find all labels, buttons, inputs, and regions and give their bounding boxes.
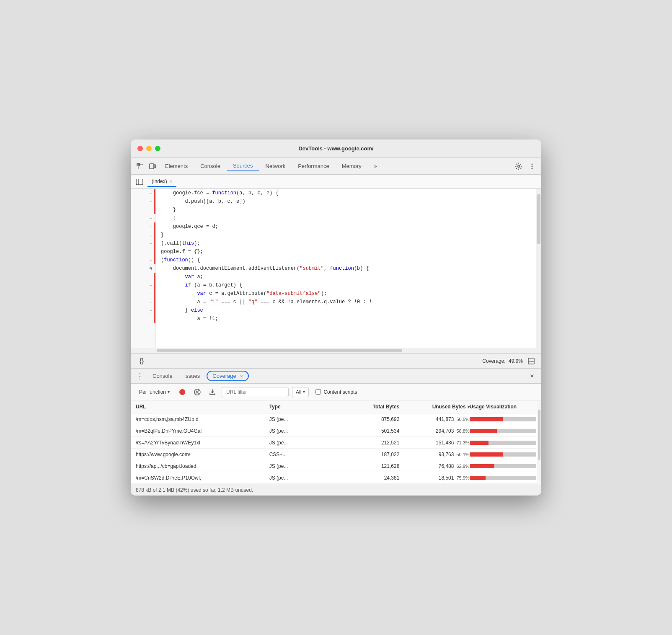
more-options-icon[interactable]	[526, 160, 538, 172]
table-row[interactable]: /m=B2qlPe,DhPYme,GU4Gal JS (pe... 501,53…	[131, 425, 541, 437]
row-unused-2: 294,703 58.8%	[403, 427, 469, 435]
drawer-tab-coverage[interactable]: Coverage ×	[207, 371, 248, 381]
tab-sources[interactable]: Sources	[227, 161, 259, 171]
file-tab-bar: (index) ×	[131, 175, 541, 189]
device-toolbar-icon[interactable]	[147, 160, 158, 172]
code-line-8: google.f = {};	[156, 248, 541, 256]
drawer-close-icon[interactable]: ×	[526, 370, 538, 382]
table-row[interactable]: /m=CnSW2d,DPreE,P10Owf, JS (pe... 24,381…	[131, 472, 541, 484]
code-line-5: google.qce = d;	[156, 222, 541, 231]
devtools-window: DevTools - www.google.com/ Elements Cons…	[131, 139, 541, 496]
drawer-tab-bar: ⋮ Console Issues Coverage × ×	[131, 369, 541, 384]
gutter-line-16: –	[131, 315, 155, 323]
vertical-scrollbar[interactable]	[536, 189, 541, 348]
row-unused-1: 441,873 50.5%	[403, 415, 469, 423]
tab-console[interactable]: Console	[194, 161, 226, 171]
table-row[interactable]: https://ap.../cb=gapi.loaded. JS (pe... …	[131, 460, 541, 472]
row-bar-4	[470, 451, 536, 458]
gutter-line-5: –	[131, 222, 155, 231]
gutter-line-2: –	[131, 197, 155, 206]
row-type-3: JS (pe...	[269, 439, 336, 447]
drawer-tab-coverage-label: Coverage	[212, 373, 236, 379]
row-type-6: JS (pe...	[269, 474, 336, 482]
file-tab-index[interactable]: (index) ×	[147, 177, 176, 187]
per-function-dropdown[interactable]: Per function ▾	[136, 387, 173, 397]
row-unused-5: 76,488 62.9%	[403, 462, 469, 470]
sidebar-toggle-icon[interactable]	[134, 176, 145, 187]
table-row[interactable]: https://www.google.com/ CSS+... 187,022 …	[131, 449, 541, 460]
minimize-button[interactable]	[146, 146, 152, 151]
tab-elements[interactable]: Elements	[159, 161, 194, 171]
gutter-line-11: –	[131, 273, 155, 281]
tab-memory[interactable]: Memory	[336, 161, 367, 171]
file-tab-name: (index)	[152, 178, 167, 184]
row-unused-3: 151,436 71.3%	[403, 439, 469, 447]
tab-performance[interactable]: Performance	[292, 161, 335, 171]
gutter-line-4: –	[131, 214, 155, 222]
row-type-2: JS (pe...	[269, 427, 336, 435]
status-text: 878 kB of 2.1 MB (42%) used so far, 1.2 …	[136, 487, 253, 493]
close-button[interactable]	[137, 146, 143, 151]
drawer-menu-icon[interactable]: ⋮	[134, 370, 146, 382]
code-line-9: (function() {	[156, 256, 541, 264]
maximize-button[interactable]	[155, 146, 160, 151]
row-url-5: https://ap.../cb=gapi.loaded.	[136, 462, 269, 470]
table-scrollbar-thumb[interactable]	[538, 410, 540, 460]
expand-panel-icon[interactable]	[526, 356, 536, 366]
content-scripts-checkbox[interactable]	[315, 389, 321, 395]
code-line-16: a = !1;	[156, 315, 541, 323]
record-button[interactable]	[176, 386, 188, 398]
code-line-14: a = "1" === c || "q" === c && !a.element…	[156, 298, 541, 306]
drawer-tab-issues[interactable]: Issues	[179, 371, 205, 381]
row-bar-6	[470, 475, 536, 481]
url-filter-input[interactable]	[222, 387, 289, 397]
th-type: Type	[269, 402, 336, 411]
row-total-5: 121,628	[336, 462, 403, 470]
content-scripts-label[interactable]: Content scripts	[315, 389, 357, 395]
tab-network[interactable]: Network	[260, 161, 292, 171]
title-bar: DevTools - www.google.com/	[131, 139, 541, 158]
row-bar-5	[470, 463, 536, 470]
svg-rect-3	[150, 164, 154, 169]
code-lines: google.fce = function(a, b, c, e) { d.pu…	[156, 189, 541, 348]
table-scrollbar[interactable]	[537, 400, 541, 484]
row-unused-4: 93,763 50.1%	[403, 450, 469, 459]
scrollbar-thumb[interactable]	[537, 194, 540, 244]
export-button[interactable]	[207, 386, 218, 398]
all-label: All	[296, 389, 301, 395]
th-unused-bytes[interactable]: Unused Bytes ▾	[403, 402, 469, 411]
svg-rect-8	[136, 179, 143, 185]
coverage-header: {} Coverage: 49.9%	[131, 354, 541, 369]
coverage-tab-close[interactable]: ×	[240, 374, 243, 379]
row-total-4: 187,022	[336, 450, 403, 459]
table-row[interactable]: /m=cdos,hsm,jsa,mb4ZUb,d JS (pe... 875,6…	[131, 413, 541, 425]
row-url-2: /m=B2qlPe,DhPYme,GU4Gal	[136, 427, 269, 435]
tab-bar-right	[513, 160, 538, 172]
file-tab-close[interactable]: ×	[170, 179, 172, 184]
coverage-table: URL Type Total Bytes Unused Bytes ▾ Usag…	[131, 400, 541, 484]
table-row[interactable]: /rs=AA2YrTvBynad-nWEy1xl JS (pe... 212,5…	[131, 437, 541, 449]
tab-more[interactable]: »	[368, 161, 383, 171]
drawer-tab-console[interactable]: Console	[147, 371, 178, 381]
code-line-10: document.documentElement.addEventListene…	[156, 264, 541, 273]
svg-rect-4	[154, 165, 155, 168]
row-bar-2	[470, 428, 536, 434]
all-dropdown[interactable]: All ▾	[292, 387, 309, 397]
all-chevron-icon: ▾	[303, 390, 305, 394]
settings-icon[interactable]	[513, 160, 525, 172]
clear-coverage-button[interactable]	[191, 386, 203, 398]
h-scrollbar-thumb[interactable]	[157, 349, 402, 352]
th-total-bytes[interactable]: Total Bytes	[336, 402, 403, 411]
row-url-3: /rs=AA2YrTvBynad-nWEy1xl	[136, 439, 269, 447]
code-gutter: – – – – – – –	[131, 189, 156, 348]
window-title: DevTools - www.google.com/	[298, 145, 373, 152]
coverage-label-text: Coverage:	[482, 358, 505, 364]
code-line-4: ;	[156, 214, 541, 222]
content-scripts-text: Content scripts	[323, 389, 357, 395]
braces-icon[interactable]: {}	[136, 355, 147, 367]
gutter-line-14: –	[131, 298, 155, 306]
row-url-6: /m=CnSW2d,DPreE,P10Owf,	[136, 474, 269, 482]
code-line-3: }	[156, 206, 541, 214]
inspect-icon[interactable]	[134, 160, 146, 172]
horizontal-scrollbar[interactable]	[131, 348, 541, 353]
